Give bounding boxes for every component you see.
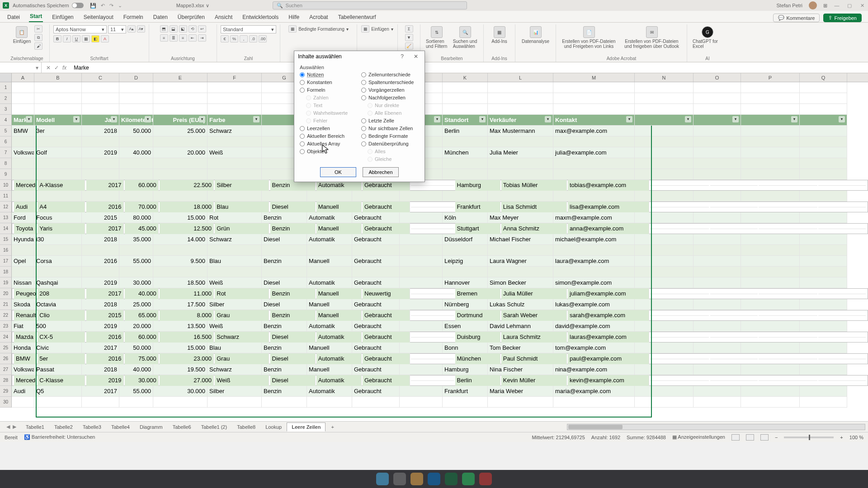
sheet-tab[interactable]: Tabelle2 <box>49 422 78 432</box>
cell[interactable]: Marke <box>12 115 34 126</box>
cell[interactable]: kevin@example.com <box>568 375 649 386</box>
cell[interactable] <box>818 229 866 229</box>
cell[interactable] <box>119 191 153 202</box>
cell[interactable]: Diesel <box>270 353 316 365</box>
cell[interactable] <box>693 245 741 256</box>
cell[interactable] <box>119 245 153 256</box>
cell[interactable]: Gebraucht <box>363 353 410 365</box>
cell[interactable]: Benzin <box>270 223 316 235</box>
cell[interactable]: Manuell <box>307 343 352 353</box>
horizontal-scrollbar[interactable] <box>567 424 865 430</box>
column-header[interactable]: N <box>635 73 693 82</box>
cell[interactable] <box>759 294 817 294</box>
sort-filter-button[interactable]: ⇅Sortieren und Filtern <box>424 25 449 50</box>
cell[interactable] <box>488 267 553 277</box>
row-header[interactable]: 13 <box>0 212 12 223</box>
cell[interactable]: Hamburg <box>443 364 488 375</box>
cell[interactable] <box>800 234 847 245</box>
cell[interactable]: Schwarz <box>208 126 262 136</box>
cell[interactable]: Blau <box>215 202 269 213</box>
cell[interactable] <box>741 147 800 158</box>
cell[interactable]: 30.000 <box>153 386 208 397</box>
cell[interactable]: Bonn <box>443 343 488 353</box>
cell[interactable]: Audi <box>14 202 37 213</box>
dialog-option-vis[interactable]: Nur sichtbare Zellen <box>361 126 419 131</box>
cell[interactable]: Leipzig <box>443 256 488 267</box>
dialog-option-notes[interactable]: Notizen <box>300 72 358 77</box>
comments-button[interactable]: 💬Kommentare <box>773 14 820 22</box>
cell[interactable]: Nürnberg <box>443 299 488 310</box>
cell[interactable]: Diesel <box>270 202 316 213</box>
cell[interactable] <box>693 126 741 136</box>
cell[interactable] <box>693 277 741 288</box>
dialog-option-prec[interactable]: Vorgängerzellen <box>361 87 419 93</box>
cell[interactable] <box>400 267 443 277</box>
cell[interactable] <box>82 136 119 147</box>
ribbon-tab-datei[interactable]: Datei <box>6 12 21 22</box>
cell[interactable] <box>411 337 454 338</box>
cell[interactable] <box>635 158 693 169</box>
taskbar-icon[interactable] <box>462 473 475 485</box>
cell[interactable] <box>650 207 709 207</box>
cell[interactable]: 25.000 <box>153 126 208 136</box>
cell[interactable] <box>553 245 635 256</box>
cell[interactable]: Weiß <box>208 147 262 158</box>
cell[interactable]: Peugeot <box>14 288 37 300</box>
cell[interactable]: 14.000 <box>153 234 208 245</box>
cell[interactable] <box>82 245 119 256</box>
cell[interactable] <box>12 397 34 408</box>
cell[interactable] <box>262 267 307 277</box>
cell[interactable]: anna@example.com <box>568 223 649 235</box>
cell[interactable]: Gebraucht <box>352 234 400 245</box>
cell[interactable] <box>208 169 262 180</box>
cell[interactable]: Manuell <box>316 223 362 235</box>
cell[interactable] <box>553 397 635 408</box>
cell[interactable] <box>411 207 454 207</box>
share-button[interactable]: ⇪Freigeben <box>823 14 862 22</box>
row-header[interactable]: 6 <box>0 136 12 147</box>
cell[interactable] <box>741 158 800 169</box>
cell[interactable]: paul@example.com <box>568 353 649 365</box>
ribbon-options-icon[interactable]: ⊞ <box>823 3 827 9</box>
cell[interactable]: Frankfurt <box>455 202 500 213</box>
cell[interactable]: 80.000 <box>119 212 153 223</box>
cell[interactable] <box>741 191 800 202</box>
row-header[interactable]: 23 <box>0 321 12 332</box>
cells-insert-button[interactable]: ▦Einfügen▾ <box>361 25 393 33</box>
indent-dec-icon[interactable]: ⇤ <box>189 34 197 42</box>
cell[interactable]: Gebraucht <box>363 202 410 213</box>
cell[interactable] <box>741 212 800 223</box>
row-header[interactable]: 17 <box>0 256 12 267</box>
cell[interactable] <box>34 169 82 180</box>
ribbon-tab-seitenlayout[interactable]: Seitenlayout <box>83 12 114 22</box>
cell[interactable]: 55.000 <box>119 386 153 397</box>
align-right-icon[interactable]: ≡ <box>179 34 187 42</box>
cell[interactable] <box>741 277 800 288</box>
cell[interactable]: Stuttgart <box>455 223 500 235</box>
zoom-out-icon[interactable]: − <box>775 435 778 440</box>
cell[interactable] <box>818 315 866 316</box>
cell[interactable]: 23.000 <box>160 353 214 365</box>
dialog-option-last[interactable]: Letzte Zelle <box>361 118 419 123</box>
cell[interactable] <box>741 256 800 267</box>
cell[interactable]: 40.000 <box>125 288 159 300</box>
ribbon-tab-entwicklertools[interactable]: Entwicklertools <box>241 12 279 22</box>
cell[interactable]: 75.000 <box>125 353 159 365</box>
cell[interactable] <box>411 229 454 229</box>
cell[interactable]: lauras@example.com <box>568 332 649 343</box>
row-header[interactable]: 1 <box>0 82 12 93</box>
row-header[interactable]: 9 <box>0 169 12 180</box>
cell[interactable] <box>208 104 262 115</box>
cell[interactable]: Modell <box>34 115 82 126</box>
row-header[interactable]: 10 <box>0 180 12 191</box>
cell[interactable] <box>488 93 553 104</box>
cell[interactable]: Gebraucht <box>352 386 400 397</box>
cell[interactable]: 22.500 <box>160 180 214 191</box>
cell[interactable]: Automatik <box>307 386 352 397</box>
cell[interactable] <box>635 234 693 245</box>
cell[interactable]: Berlin <box>443 126 488 136</box>
cell[interactable]: Neuwertig <box>363 288 410 300</box>
indent-inc-icon[interactable]: ⇥ <box>198 34 206 42</box>
cell[interactable]: Benzin <box>270 310 316 321</box>
cell[interactable]: Frankfurt <box>443 386 488 397</box>
